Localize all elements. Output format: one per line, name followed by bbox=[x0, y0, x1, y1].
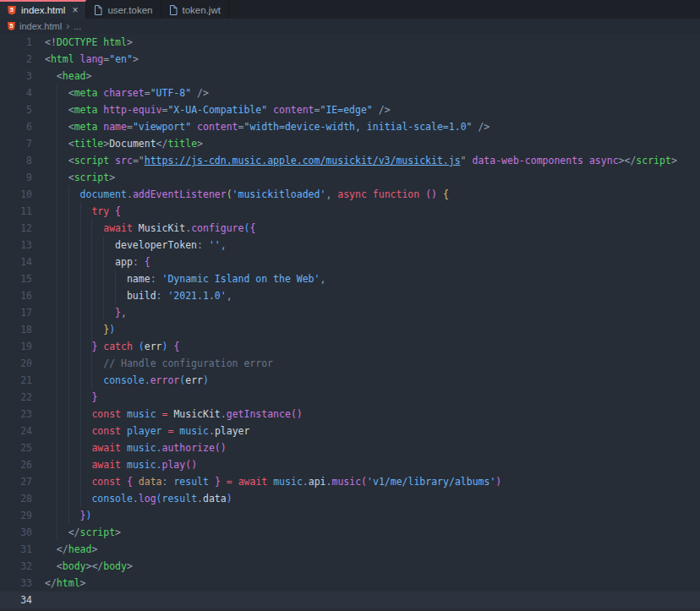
code-line[interactable]: 16 build: '2021.1.0', bbox=[0, 287, 700, 304]
line-number: 2 bbox=[0, 51, 32, 68]
line-number: 1 bbox=[0, 34, 32, 51]
code-line[interactable]: 26 await music.play() bbox=[0, 456, 700, 473]
code-text: developerToken: '', bbox=[45, 237, 227, 254]
code-text: } bbox=[45, 389, 97, 406]
code-line[interactable]: 30 </script> bbox=[0, 524, 700, 541]
code-line[interactable]: 14 app: { bbox=[0, 254, 700, 270]
line-number: 18 bbox=[0, 321, 32, 338]
code-line[interactable]: 2<html lang="en"> bbox=[0, 51, 700, 68]
tab-index-html[interactable]: 5 index.html × bbox=[0, 0, 86, 19]
line-number: 11 bbox=[0, 203, 32, 220]
code-text: }, bbox=[45, 304, 127, 321]
line-number: 23 bbox=[0, 406, 32, 423]
code-text: const player = music.player bbox=[45, 423, 249, 439]
line-number: 24 bbox=[0, 423, 32, 439]
code-text: } catch (err) { bbox=[45, 338, 179, 355]
code-text: await MusicKit.configure({ bbox=[45, 220, 255, 237]
code-line[interactable]: 4 <meta charset="UTF-8" /> bbox=[0, 85, 700, 101]
tab-user-token[interactable]: user.token bbox=[86, 0, 161, 19]
code-line[interactable]: 7 <title>Document</title> bbox=[0, 135, 700, 152]
code-line[interactable]: 8 <script src="https://js-cdn.music.appl… bbox=[0, 152, 700, 169]
line-number: 21 bbox=[0, 372, 32, 389]
chevron-right-icon: › bbox=[66, 20, 69, 32]
file-icon bbox=[169, 5, 178, 15]
code-text: await music.authorize() bbox=[45, 439, 227, 456]
code-text: <html lang="en"> bbox=[45, 51, 139, 68]
tab-label: user.token bbox=[107, 5, 152, 15]
code-line[interactable]: 18 }) bbox=[0, 321, 700, 338]
code-text: <!DOCTYPE html> bbox=[45, 34, 133, 51]
code-text: <meta charset="UTF-8" /> bbox=[45, 85, 209, 101]
code-text: app: { bbox=[45, 254, 150, 270]
code-line[interactable]: 34 bbox=[0, 592, 700, 608]
code-line[interactable]: 1<!DOCTYPE html> bbox=[0, 34, 700, 51]
tab-token-jwt[interactable]: token.jwt bbox=[161, 0, 229, 19]
tab-bar: 5 index.html × user.token token.jwt bbox=[0, 0, 700, 19]
line-number: 8 bbox=[0, 152, 32, 169]
code-line[interactable]: 12 await MusicKit.configure({ bbox=[0, 220, 700, 237]
code-text: </script> bbox=[45, 524, 121, 541]
line-number: 27 bbox=[0, 473, 32, 490]
code-line[interactable]: 15 name: 'Dynamic Island on the Web', bbox=[0, 270, 700, 287]
code-line[interactable]: 27 const { data: result } = await music.… bbox=[0, 473, 700, 490]
code-text: }) bbox=[45, 507, 91, 524]
html5-icon: 5 bbox=[8, 6, 16, 15]
breadcrumb: 5 index.html › ... bbox=[0, 19, 700, 34]
code-line[interactable]: 22 } bbox=[0, 389, 700, 406]
code-line[interactable]: 29 }) bbox=[0, 507, 700, 524]
close-icon[interactable]: × bbox=[72, 5, 78, 15]
line-number: 4 bbox=[0, 85, 32, 101]
code-text: build: '2021.1.0', bbox=[45, 287, 232, 304]
code-line[interactable]: 21 console.error(err) bbox=[0, 372, 700, 389]
code-text: <meta http-equiv="X-UA-Compatible" conte… bbox=[45, 101, 391, 118]
line-number: 3 bbox=[0, 68, 32, 85]
line-number: 7 bbox=[0, 135, 32, 152]
code-line[interactable]: 3 <head> bbox=[0, 68, 700, 85]
line-number: 15 bbox=[0, 270, 32, 287]
line-number: 22 bbox=[0, 389, 32, 406]
line-number: 19 bbox=[0, 338, 32, 355]
tab-label: index.html bbox=[21, 5, 65, 15]
html5-icon: 5 bbox=[8, 22, 15, 30]
code-line[interactable]: 28 console.log(result.data) bbox=[0, 490, 700, 507]
line-number: 9 bbox=[0, 169, 32, 186]
code-text: <meta name="viewport" content="width=dev… bbox=[45, 118, 489, 135]
code-line[interactable]: 20 // Handle configuration error bbox=[0, 355, 700, 372]
breadcrumb-more[interactable]: ... bbox=[74, 21, 81, 31]
code-line[interactable]: 33</html> bbox=[0, 575, 700, 592]
code-line[interactable]: 32 <body></body> bbox=[0, 558, 700, 575]
line-number: 17 bbox=[0, 304, 32, 321]
code-line[interactable]: 6 <meta name="viewport" content="width=d… bbox=[0, 118, 700, 135]
line-number: 30 bbox=[0, 524, 32, 541]
code-text: <script src="https://js-cdn.music.apple.… bbox=[45, 152, 677, 169]
line-number: 20 bbox=[0, 355, 32, 372]
code-line[interactable]: 24 const player = music.player bbox=[0, 423, 700, 439]
code-line[interactable]: 23 const music = MusicKit.getInstance() bbox=[0, 406, 700, 423]
code-text: name: 'Dynamic Island on the Web', bbox=[45, 270, 325, 287]
code-text: await music.play() bbox=[45, 456, 197, 473]
line-number: 31 bbox=[0, 541, 32, 558]
breadcrumb-file[interactable]: index.html bbox=[19, 21, 62, 31]
code-text: <title>Document</title> bbox=[45, 135, 203, 152]
code-line[interactable]: 31 </head> bbox=[0, 541, 700, 558]
code-line[interactable]: 17 }, bbox=[0, 304, 700, 321]
code-line[interactable]: 10 document.addEventListener('musickitlo… bbox=[0, 186, 700, 203]
code-line[interactable]: 11 try { bbox=[0, 203, 700, 220]
code-line[interactable]: 19 } catch (err) { bbox=[0, 338, 700, 355]
code-text: </html> bbox=[45, 575, 86, 592]
line-number: 13 bbox=[0, 237, 32, 254]
code-line[interactable]: 5 <meta http-equiv="X-UA-Compatible" con… bbox=[0, 101, 700, 118]
line-number: 29 bbox=[0, 507, 32, 524]
code-text: }) bbox=[45, 321, 115, 338]
code-line[interactable]: 13 developerToken: '', bbox=[0, 237, 700, 254]
code-text: <body></body> bbox=[45, 558, 133, 575]
code-line[interactable]: 9 <script> bbox=[0, 169, 700, 186]
line-number: 26 bbox=[0, 456, 32, 473]
code-line[interactable]: 25 await music.authorize() bbox=[0, 439, 700, 456]
code-editor[interactable]: 1<!DOCTYPE html>2<html lang="en">3 <head… bbox=[0, 34, 700, 611]
line-number: 16 bbox=[0, 287, 32, 304]
line-number: 33 bbox=[0, 575, 32, 592]
code-text: try { bbox=[45, 203, 121, 220]
code-text: <script> bbox=[45, 169, 115, 186]
line-number: 6 bbox=[0, 118, 32, 135]
